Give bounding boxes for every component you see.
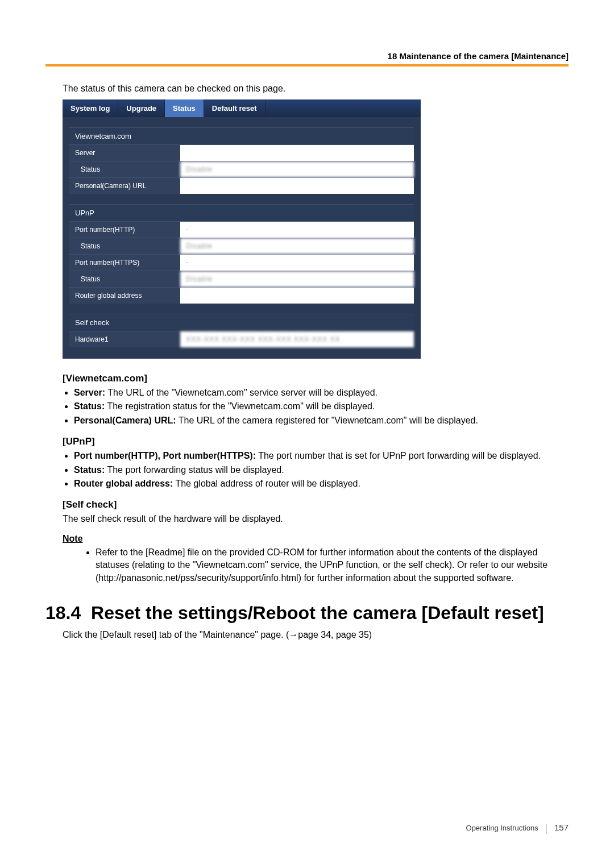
chapter-header: 18 Maintenance of the camera [Maintenanc…	[45, 51, 569, 61]
list-item: Server: The URL of the "Viewnetcam.com" …	[74, 387, 569, 399]
row-value: -	[180, 222, 414, 238]
row-value: Disable	[180, 271, 414, 287]
row-label: Status	[69, 238, 180, 254]
list-item: Router global address: The global addres…	[74, 477, 569, 490]
selfcheck-text: The self check result of the hardware wi…	[63, 513, 569, 525]
row-label: Status	[69, 161, 180, 177]
bullet-term: Personal(Camera) URL:	[74, 416, 176, 425]
row-label: Status	[69, 271, 180, 287]
list-item: Status: The registration status for the …	[74, 400, 569, 413]
header-rule	[45, 64, 569, 67]
list-item: Status: The port forwarding status will …	[74, 464, 569, 476]
bullet-text: The registration status for the "Viewnet…	[105, 401, 375, 411]
table-row: Server	[69, 144, 414, 161]
row-label: Hardware1	[69, 331, 180, 347]
note-list: Refer to the [Readme] file on the provid…	[84, 546, 569, 584]
list-item: Refer to the [Readme] file on the provid…	[96, 546, 569, 584]
row-label: Personal(Camera) URL	[69, 178, 180, 194]
note-heading: Note	[63, 534, 569, 544]
heading-selfcheck: [Self check]	[63, 499, 569, 510]
bullet-text: The URL of the "Viewnetcam.com" service …	[105, 388, 377, 397]
bullet-term: Status:	[74, 465, 105, 475]
section-viewnetcam: Viewnetcam.com Server Status Disable Per…	[69, 127, 414, 194]
row-label: Port number(HTTP)	[69, 222, 180, 238]
page-number: 157	[554, 823, 569, 832]
bullet-text: The port forwarding status will be displ…	[105, 465, 284, 475]
table-row: Status Disable	[69, 238, 414, 254]
row-label: Router global address	[69, 288, 180, 304]
bullet-term: Status:	[74, 401, 105, 411]
bullet-term: Server:	[74, 388, 105, 397]
row-value: Disable	[180, 161, 414, 177]
row-value: Disable	[180, 238, 414, 254]
row-label: Port number(HTTPS)	[69, 255, 180, 271]
table-row: Hardware1 XXX-XXX XXX-XXX XXX-XXX XXX-XX…	[69, 331, 414, 347]
bullet-term: Router global address:	[74, 479, 173, 488]
row-value	[180, 145, 414, 161]
table-row: Status Disable	[69, 271, 414, 287]
tab-default-reset[interactable]: Default reset	[204, 99, 265, 117]
section-title: 18.4 Reset the settings/Reboot the camer…	[45, 601, 569, 624]
footer-separator	[546, 824, 546, 834]
table-row: Router global address	[69, 287, 414, 304]
list-item: Personal(Camera) URL: The URL of the cam…	[74, 414, 569, 427]
bullet-text: The port number that is set for UPnP por…	[256, 451, 541, 460]
tab-system-log[interactable]: System log	[63, 99, 118, 117]
section-selfcheck: Self check Hardware1 XXX-XXX XXX-XXX XXX…	[69, 314, 414, 347]
footer-label: Operating Instructions	[466, 824, 538, 832]
tab-bar: System log Upgrade Status Default reset	[63, 99, 421, 117]
bullet-text: The URL of the camera registered for "Vi…	[176, 416, 478, 425]
page-footer: Operating Instructions 157	[466, 823, 569, 834]
tab-status[interactable]: Status	[165, 99, 204, 117]
table-row: Port number(HTTP) -	[69, 221, 414, 238]
bullet-term: Port number(HTTP), Port number(HTTPS):	[74, 451, 256, 460]
table-row: Port number(HTTPS) -	[69, 254, 414, 271]
section-header: Self check	[69, 314, 414, 331]
section-header: UPnP	[69, 204, 414, 221]
list-item: Port number(HTTP), Port number(HTTPS): T…	[74, 450, 569, 462]
row-value: XXX-XXX XXX-XXX XXX-XXX XXX-XXX XX	[180, 331, 414, 347]
tab-upgrade[interactable]: Upgrade	[118, 99, 165, 117]
row-value: -	[180, 255, 414, 271]
table-row: Status Disable	[69, 161, 414, 177]
section-upnp: UPnP Port number(HTTP) - Status Disable …	[69, 204, 414, 304]
section-intro: Click the [Default reset] tab of the "Ma…	[63, 630, 569, 640]
row-label: Server	[69, 145, 180, 161]
table-row: Personal(Camera) URL	[69, 177, 414, 194]
viewnetcam-bullets: Server: The URL of the "Viewnetcam.com" …	[63, 387, 569, 427]
row-value	[180, 288, 414, 304]
intro-text: The status of this camera can be checked…	[63, 84, 569, 94]
upnp-bullets: Port number(HTTP), Port number(HTTPS): T…	[63, 450, 569, 490]
camera-status-panel: System log Upgrade Status Default reset …	[63, 99, 421, 359]
heading-viewnetcam: [Viewnetcam.com]	[63, 373, 569, 384]
section-header: Viewnetcam.com	[69, 127, 414, 144]
bullet-text: The global address of router will be dis…	[173, 479, 360, 488]
row-value	[180, 178, 414, 194]
heading-upnp: [UPnP]	[63, 436, 569, 447]
